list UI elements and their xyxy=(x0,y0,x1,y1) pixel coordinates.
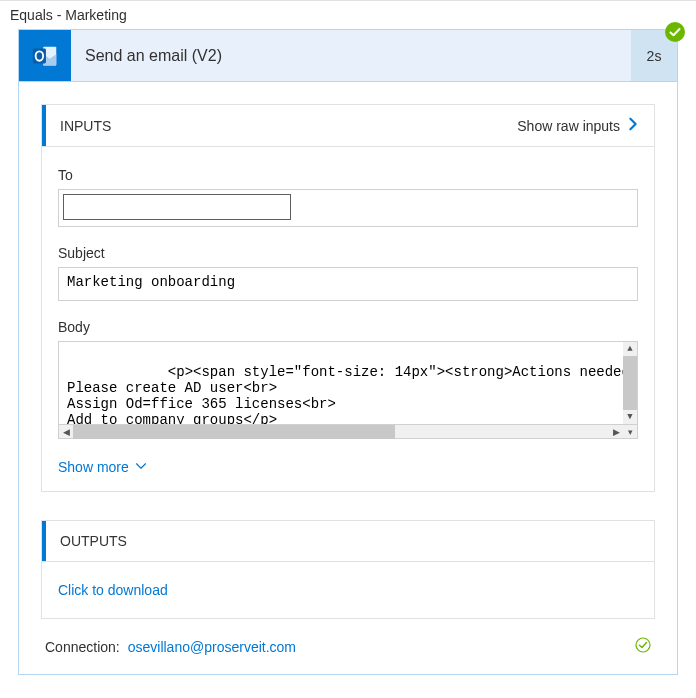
body-label: Body xyxy=(58,319,638,335)
scroll-down-icon[interactable]: ▼ xyxy=(623,410,637,424)
body-text: <p><span style="font-size: 14px"><strong… xyxy=(67,364,638,425)
to-field-group: To xyxy=(58,167,638,227)
action-card: Send an email (V2) 2s INPUTS Show raw in… xyxy=(18,29,678,675)
chevron-down-icon xyxy=(135,459,147,475)
connection-email-link[interactable]: osevillano@proserveit.com xyxy=(128,639,296,655)
connection-label: Connection: xyxy=(45,639,120,655)
inputs-header: INPUTS Show raw inputs xyxy=(42,105,654,146)
show-more-link[interactable]: Show more xyxy=(58,459,638,475)
card-body: INPUTS Show raw inputs To Subject xyxy=(19,82,677,674)
outlook-icon xyxy=(19,30,71,81)
scroll-h-thumb[interactable] xyxy=(73,425,395,439)
outputs-header: OUTPUTS xyxy=(42,521,654,561)
connection-row: Connection: osevillano@proserveit.com xyxy=(41,619,655,656)
card-header[interactable]: Send an email (V2) 2s xyxy=(19,30,677,82)
inputs-panel: INPUTS Show raw inputs To Subject xyxy=(41,104,655,492)
subject-field-group: Subject Marketing onboarding xyxy=(58,245,638,301)
inputs-content: To Subject Marketing onboarding Body <p>… xyxy=(42,146,654,491)
success-badge xyxy=(665,22,685,42)
show-raw-inputs-link[interactable]: Show raw inputs xyxy=(517,117,640,134)
scroll-left-icon[interactable]: ◀ xyxy=(59,425,73,439)
scroll-v-thumb[interactable] xyxy=(623,356,637,410)
scroll-menu-icon[interactable]: ▾ xyxy=(623,425,637,439)
body-field[interactable]: <p><span style="font-size: 14px"><strong… xyxy=(58,341,638,425)
to-label: To xyxy=(58,167,638,183)
to-input-inner[interactable] xyxy=(63,194,291,220)
show-raw-inputs-text: Show raw inputs xyxy=(517,118,620,134)
inputs-label: INPUTS xyxy=(60,118,517,134)
body-vertical-scrollbar[interactable]: ▲ ▼ xyxy=(623,342,637,424)
chevron-right-icon xyxy=(626,117,640,134)
body-field-group: Body <p><span style="font-size: 14px"><s… xyxy=(58,319,638,439)
subject-label: Subject xyxy=(58,245,638,261)
outputs-label: OUTPUTS xyxy=(60,533,640,549)
to-field[interactable] xyxy=(58,189,638,227)
download-outputs-link[interactable]: Click to download xyxy=(42,561,654,618)
show-more-text: Show more xyxy=(58,459,129,475)
breadcrumb: Equals - Marketing xyxy=(0,0,696,27)
scroll-right-icon[interactable]: ▶ xyxy=(609,425,623,439)
subject-field[interactable]: Marketing onboarding xyxy=(58,267,638,301)
card-title: Send an email (V2) xyxy=(71,30,631,81)
connection-status-icon xyxy=(635,637,651,656)
svg-point-5 xyxy=(636,638,650,652)
body-horizontal-scrollbar[interactable]: ◀ ▶ ▾ xyxy=(58,425,638,439)
svg-point-0 xyxy=(665,22,685,42)
outputs-panel: OUTPUTS Click to download xyxy=(41,520,655,619)
scroll-up-icon[interactable]: ▲ xyxy=(623,342,637,356)
scroll-h-track[interactable] xyxy=(73,425,609,439)
